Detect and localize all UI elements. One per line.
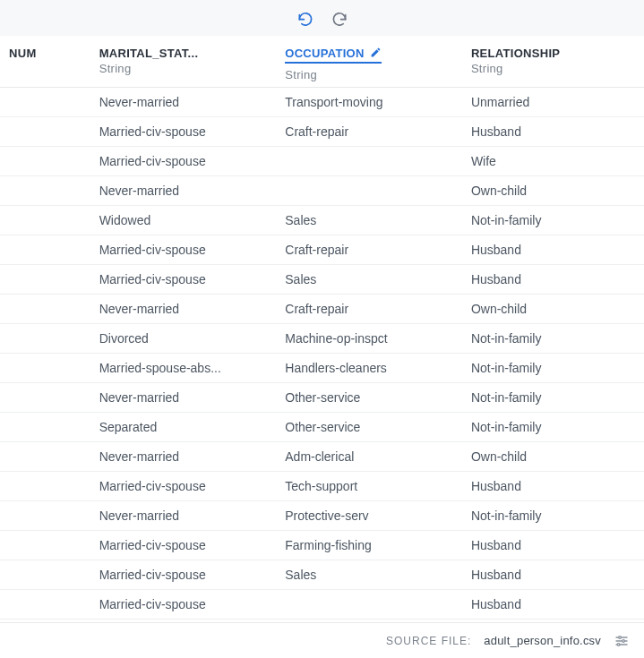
cell-relationship[interactable]: Own-child bbox=[462, 176, 644, 206]
cell-occupation[interactable]: Craft-repair bbox=[276, 235, 462, 265]
cell-occupation[interactable]: Other-service bbox=[276, 413, 462, 442]
cell-marital[interactable]: Married-spouse-abs... bbox=[90, 354, 277, 383]
table-row[interactable]: Never-marriedTransport-movingUnmarriedWh… bbox=[0, 88, 644, 117]
cell-marital[interactable]: Never-married bbox=[90, 442, 277, 472]
table-row[interactable]: Married-civ-spouseFarming-fishingHusband… bbox=[0, 531, 644, 560]
table-row[interactable]: Married-civ-spouseWifeWhite bbox=[0, 147, 644, 176]
table-row[interactable]: WidowedSalesNot-in-familyWhite bbox=[0, 206, 644, 235]
redo-icon[interactable] bbox=[331, 9, 348, 27]
cell-occupation[interactable]: Machine-op-inspct bbox=[276, 324, 462, 354]
cell-marital[interactable]: Never-married bbox=[90, 295, 277, 324]
cell-relationship[interactable]: Husband bbox=[462, 265, 644, 295]
cell-marital[interactable]: Married-civ-spouse bbox=[90, 265, 277, 295]
cell-occupation[interactable]: Tech-support bbox=[276, 472, 462, 501]
cell-relationship[interactable]: Not-in-family bbox=[462, 413, 644, 442]
table-row[interactable]: Never-marriedAdm-clericalOwn-childBlack bbox=[0, 442, 644, 472]
cell-occupation[interactable]: Protective-serv bbox=[276, 501, 462, 531]
cell-marital[interactable]: Never-married bbox=[90, 176, 277, 206]
cell-num[interactable] bbox=[0, 442, 90, 472]
cell-occupation[interactable]: Other-service bbox=[276, 383, 462, 413]
sliders-icon[interactable] bbox=[614, 633, 630, 649]
cell-relationship[interactable]: Husband bbox=[462, 472, 644, 501]
cell-marital[interactable]: Separated bbox=[90, 413, 277, 442]
table-row[interactable]: Married-spouse-abs...Handlers-cleanersNo… bbox=[0, 354, 644, 383]
cell-marital[interactable]: Never-married bbox=[90, 383, 277, 413]
cell-occupation[interactable]: Craft-repair bbox=[276, 295, 462, 324]
col-header-marital[interactable]: MARITAL_STAT... String bbox=[90, 36, 277, 88]
table-row[interactable]: SeparatedOther-serviceNot-in-familyBlack bbox=[0, 413, 644, 442]
cell-occupation[interactable]: Adm-clerical bbox=[276, 442, 462, 472]
cell-relationship[interactable]: Not-in-family bbox=[462, 354, 644, 383]
cell-marital[interactable]: Widowed bbox=[90, 206, 277, 235]
cell-occupation[interactable]: Transport-moving bbox=[276, 88, 462, 117]
cell-marital[interactable]: Married-civ-spouse bbox=[90, 531, 277, 560]
cell-occupation[interactable] bbox=[276, 147, 462, 176]
cell-num[interactable] bbox=[0, 88, 90, 117]
cell-relationship[interactable]: Husband bbox=[462, 590, 644, 620]
table-row[interactable]: Married-civ-spouseSalesHusbandWhite bbox=[0, 265, 644, 295]
cell-relationship[interactable]: Husband bbox=[462, 531, 644, 560]
cell-num[interactable] bbox=[0, 472, 90, 501]
pencil-icon[interactable] bbox=[370, 47, 382, 61]
cell-relationship[interactable]: Unmarried bbox=[462, 88, 644, 117]
cell-num[interactable] bbox=[0, 501, 90, 531]
col-header-relationship[interactable]: RELATIONSHIP String bbox=[462, 36, 644, 88]
table-row[interactable]: Married-civ-spouseCraft-repairHusbandWhi… bbox=[0, 117, 644, 147]
cell-occupation[interactable] bbox=[276, 590, 462, 620]
cell-relationship[interactable]: Not-in-family bbox=[462, 501, 644, 531]
cell-num[interactable] bbox=[0, 560, 90, 590]
cell-marital[interactable]: Married-civ-spouse bbox=[90, 560, 277, 590]
cell-relationship[interactable]: Own-child bbox=[462, 295, 644, 324]
grid-scroll[interactable]: NUM MARITAL_STAT... String OCCUPATION St… bbox=[0, 36, 644, 622]
svg-point-3 bbox=[623, 639, 625, 642]
cell-marital[interactable]: Married-civ-spouse bbox=[90, 117, 277, 147]
cell-relationship[interactable]: Not-in-family bbox=[462, 206, 644, 235]
table-row[interactable]: Married-civ-spouseTech-supportHusbandWhi… bbox=[0, 472, 644, 501]
cell-num[interactable] bbox=[0, 176, 90, 206]
cell-occupation[interactable]: Sales bbox=[276, 560, 462, 590]
table-row[interactable]: Married-civ-spouseCraft-repairHusbandWhi… bbox=[0, 235, 644, 265]
cell-marital[interactable]: Married-civ-spouse bbox=[90, 147, 277, 176]
cell-num[interactable] bbox=[0, 354, 90, 383]
cell-num[interactable] bbox=[0, 265, 90, 295]
table-row[interactable]: DivorcedMachine-op-inspctNot-in-familyWh… bbox=[0, 324, 644, 354]
cell-marital[interactable]: Never-married bbox=[90, 501, 277, 531]
table-row[interactable]: Never-marriedCraft-repairOwn-childAsian-… bbox=[0, 295, 644, 324]
cell-occupation[interactable] bbox=[276, 176, 462, 206]
cell-relationship[interactable]: Not-in-family bbox=[462, 383, 644, 413]
cell-num[interactable] bbox=[0, 531, 90, 560]
cell-relationship[interactable]: Husband bbox=[462, 235, 644, 265]
cell-num[interactable] bbox=[0, 383, 90, 413]
cell-marital[interactable]: Divorced bbox=[90, 324, 277, 354]
cell-marital[interactable]: Never-married bbox=[90, 88, 277, 117]
cell-num[interactable] bbox=[0, 235, 90, 265]
cell-occupation[interactable]: Farming-fishing bbox=[276, 531, 462, 560]
cell-marital[interactable]: Married-civ-spouse bbox=[90, 590, 277, 620]
cell-marital[interactable]: Married-civ-spouse bbox=[90, 235, 277, 265]
cell-num[interactable] bbox=[0, 206, 90, 235]
cell-num[interactable] bbox=[0, 590, 90, 620]
cell-num[interactable] bbox=[0, 413, 90, 442]
cell-num[interactable] bbox=[0, 117, 90, 147]
cell-relationship[interactable]: Husband bbox=[462, 117, 644, 147]
undo-icon[interactable] bbox=[296, 9, 314, 27]
cell-occupation[interactable]: Sales bbox=[276, 265, 462, 295]
cell-relationship[interactable]: Own-child bbox=[462, 442, 644, 472]
cell-relationship[interactable]: Wife bbox=[462, 147, 644, 176]
table-row[interactable]: Married-civ-spouseSalesHusbandWhite bbox=[0, 560, 644, 590]
cell-relationship[interactable]: Not-in-family bbox=[462, 324, 644, 354]
table-row[interactable]: Married-civ-spouseHusbandWhite bbox=[0, 590, 644, 620]
col-header-occupation[interactable]: OCCUPATION String bbox=[276, 36, 462, 88]
table-row[interactable]: Never-marriedOther-serviceNot-in-familyA… bbox=[0, 383, 644, 413]
col-header-num[interactable]: NUM bbox=[0, 36, 90, 88]
cell-occupation[interactable]: Craft-repair bbox=[276, 117, 462, 147]
cell-num[interactable] bbox=[0, 295, 90, 324]
table-row[interactable]: Never-marriedProtective-servNot-in-famil… bbox=[0, 501, 644, 531]
table-row[interactable]: Never-marriedOwn-childWhite bbox=[0, 176, 644, 206]
cell-relationship[interactable]: Husband bbox=[462, 560, 644, 590]
cell-occupation[interactable]: Sales bbox=[276, 206, 462, 235]
cell-marital[interactable]: Married-civ-spouse bbox=[90, 472, 277, 501]
cell-occupation[interactable]: Handlers-cleaners bbox=[276, 354, 462, 383]
cell-num[interactable] bbox=[0, 147, 90, 176]
cell-num[interactable] bbox=[0, 324, 90, 354]
